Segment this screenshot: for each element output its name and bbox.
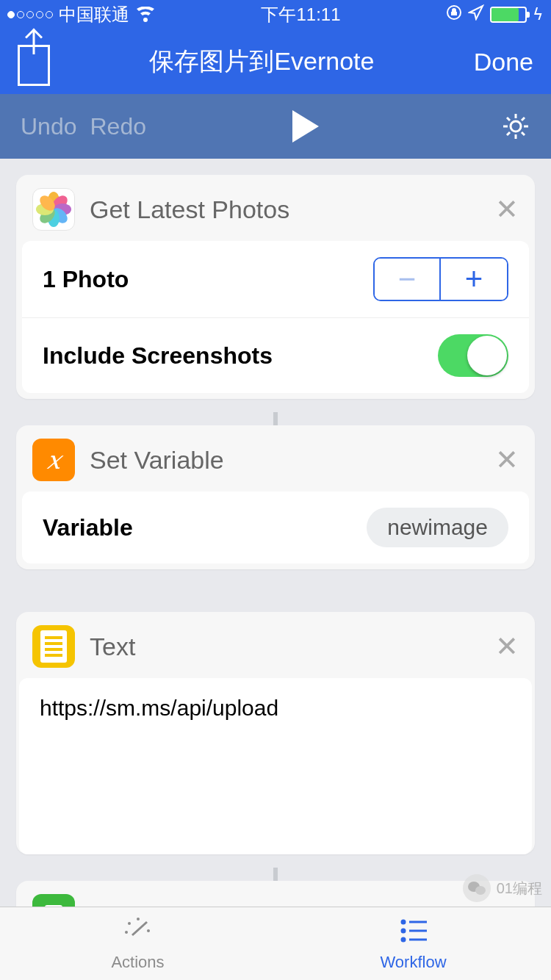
photo-count-stepper[interactable]: − + [373, 257, 508, 301]
undo-button[interactable]: Undo [21, 113, 77, 140]
variable-icon: 𝑥 [32, 439, 75, 481]
action-title: Get Contents of URL [90, 901, 480, 907]
battery-icon [490, 7, 527, 23]
photo-count-label: 1 Photo [43, 266, 129, 293]
text-input[interactable]: https://sm.ms/api/upload [19, 678, 532, 854]
play-button[interactable] [292, 110, 319, 143]
list-icon [397, 916, 430, 950]
page-title: 保存图片到Evernote [50, 45, 474, 79]
action-set-variable[interactable]: 𝑥 Set Variable ✕ Variable newimage [16, 425, 535, 569]
svg-line-6 [507, 118, 510, 120]
stepper-plus[interactable]: + [441, 259, 507, 300]
svg-point-20 [147, 929, 150, 932]
wifi-icon [135, 7, 156, 23]
close-icon[interactable]: ✕ [495, 444, 519, 476]
watermark: 01编程 [463, 874, 542, 902]
connector [273, 868, 278, 881]
svg-point-21 [402, 920, 405, 923]
tab-actions[interactable]: Actions [0, 907, 276, 980]
redo-button[interactable]: Redo [90, 113, 147, 140]
svg-point-23 [402, 929, 405, 932]
include-screenshots-toggle[interactable] [438, 334, 508, 377]
svg-line-9 [507, 132, 510, 135]
text-icon [32, 625, 75, 668]
svg-point-1 [511, 121, 521, 131]
svg-point-17 [128, 922, 131, 925]
svg-point-15 [475, 886, 486, 895]
photos-icon [32, 188, 75, 231]
url-icon [32, 894, 75, 907]
action-title: Get Latest Photos [90, 195, 480, 224]
stepper-minus[interactable]: − [375, 259, 441, 300]
action-text[interactable]: Text ✕ https://sm.ms/api/upload [16, 612, 535, 854]
include-screenshots-label: Include Screenshots [43, 342, 273, 370]
status-bar: 中国联通 下午11:11 ϟ [0, 0, 551, 29]
carrier-label: 中国联通 [59, 3, 129, 26]
action-title: Text [90, 633, 480, 661]
variable-label: Variable [43, 514, 133, 541]
workflow-content[interactable]: Get Latest Photos ✕ 1 Photo − + Include … [0, 159, 551, 907]
action-title: Set Variable [90, 446, 480, 475]
tab-label: Workflow [380, 953, 446, 972]
wand-icon [122, 916, 154, 950]
svg-point-18 [137, 918, 140, 920]
signal-icon [7, 11, 53, 18]
action-get-latest-photos[interactable]: Get Latest Photos ✕ 1 Photo − + Include … [16, 175, 535, 399]
wechat-icon [463, 874, 491, 902]
toolbar: Undo Redo [0, 94, 551, 159]
location-icon [468, 4, 484, 25]
tab-bar: Actions Workflow [0, 907, 551, 980]
svg-point-25 [402, 938, 405, 941]
connector [273, 412, 278, 425]
charging-icon: ϟ [533, 5, 544, 24]
time-label: 下午11:11 [261, 3, 340, 26]
settings-button[interactable] [501, 112, 530, 141]
share-button[interactable] [18, 45, 50, 86]
svg-line-16 [132, 922, 147, 935]
watermark-label: 01编程 [497, 879, 542, 898]
svg-point-19 [125, 931, 128, 934]
svg-line-8 [522, 118, 525, 120]
close-icon[interactable]: ✕ [495, 193, 519, 226]
lock-icon [446, 4, 462, 25]
variable-value[interactable]: newimage [367, 508, 508, 547]
tab-workflow[interactable]: Workflow [276, 907, 551, 980]
done-button[interactable]: Done [474, 48, 533, 76]
close-icon[interactable]: ✕ [495, 630, 519, 663]
nav-bar: 保存图片到Evernote Done [0, 29, 551, 94]
tab-label: Actions [111, 953, 164, 972]
action-get-contents-of-url[interactable]: Get Contents of URL ⌄ [16, 881, 535, 907]
svg-line-7 [522, 132, 525, 135]
